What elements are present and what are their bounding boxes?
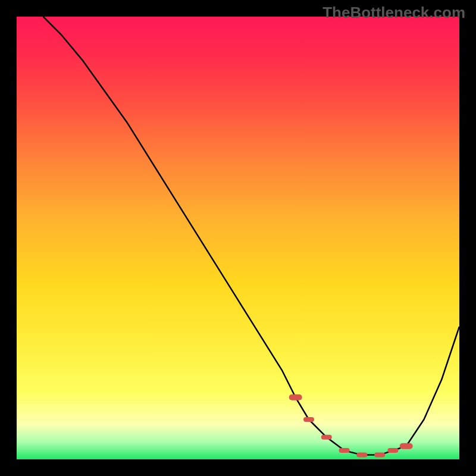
- highlight-marker: [387, 448, 398, 453]
- chart-curve-layer: [17, 17, 459, 459]
- highlight-marker: [356, 453, 367, 458]
- highlight-marker: [303, 417, 314, 422]
- highlight-marker-end: [400, 443, 413, 449]
- watermark-text: TheBottleneck.com: [322, 4, 465, 22]
- highlight-marker-end: [289, 394, 302, 400]
- highlight-marker: [321, 435, 332, 440]
- bottleneck-curve-path: [43, 17, 459, 455]
- chart-plot-area: [17, 17, 459, 459]
- highlight-marker: [339, 448, 350, 453]
- highlight-marker: [374, 453, 385, 458]
